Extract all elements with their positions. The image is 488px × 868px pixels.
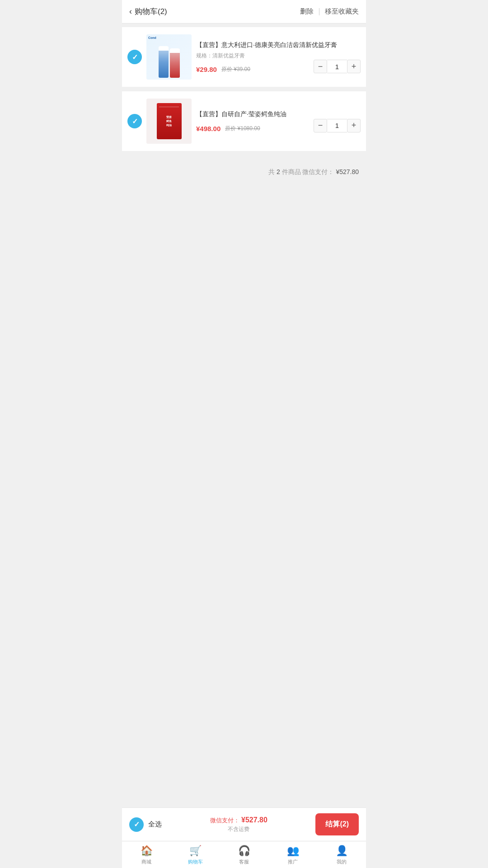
item-2-image[interactable]: 莹姿鳄鱼纯油	[146, 99, 192, 144]
cart-list: ✓ Cond 【直营】意大利进口·德康美亮白洁齿清新优益牙膏 规格：清新优益牙膏…	[122, 24, 366, 159]
item-2-current-price: ¥498.00	[196, 125, 221, 132]
item-2-title: 【直营】自研自产·莹姿鳄鱼纯油	[196, 110, 361, 119]
check-icon-2: ✓	[132, 117, 138, 126]
item-1-quantity: − +	[314, 60, 361, 73]
item-1-price-row: ¥29.80 原价 ¥39.00	[196, 66, 250, 73]
favorite-button[interactable]: 移至收藏夹	[325, 7, 359, 16]
header-actions: 删除 移至收藏夹	[300, 7, 359, 16]
item-2-price-row: ¥498.00 原价 ¥1080.00	[196, 125, 260, 132]
item-2-quantity: − +	[314, 119, 361, 132]
header-left[interactable]: ‹ 购物车(2)	[129, 6, 167, 17]
header: ‹ 购物车(2) 删除 移至收藏夹	[122, 0, 366, 24]
item-2-original-price: 原价 ¥1080.00	[225, 125, 260, 132]
item-2-checkbox[interactable]: ✓	[127, 114, 142, 128]
cart-title: 购物车(2)	[135, 6, 167, 17]
item-1-content: 【直营】意大利进口·德康美亮白洁齿清新优益牙膏 规格：清新优益牙膏 ¥29.80…	[196, 41, 361, 74]
item-1-qty-input[interactable]	[327, 60, 347, 73]
item-1-image[interactable]: Cond	[146, 34, 192, 80]
back-icon[interactable]: ‹	[129, 7, 132, 16]
item-2-content: 【直营】自研自产·莹姿鳄鱼纯油 ¥498.00 原价 ¥1080.00 − +	[196, 110, 361, 132]
delete-button[interactable]: 删除	[300, 7, 314, 16]
item-1-spec: 规格：清新优益牙膏	[196, 52, 361, 60]
cart-item-1: ✓ Cond 【直营】意大利进口·德康美亮白洁齿清新优益牙膏 规格：清新优益牙膏…	[122, 27, 366, 87]
check-icon-1: ✓	[132, 53, 138, 61]
header-divider	[319, 8, 319, 15]
item-2-minus-button[interactable]: −	[314, 119, 327, 132]
item-1-current-price: ¥29.80	[196, 66, 217, 73]
item-2-plus-button[interactable]: +	[347, 119, 361, 132]
item-1-minus-button[interactable]: −	[314, 60, 327, 73]
item-1-checkbox[interactable]: ✓	[127, 50, 142, 64]
item-1-original-price: 原价 ¥39.00	[221, 66, 250, 73]
item-2-qty-input[interactable]	[327, 119, 347, 132]
cart-summary: 共 2 件商品 微信支付： ¥527.80	[122, 159, 366, 185]
cart-item-2: ✓ 莹姿鳄鱼纯油 【直营】自研自产·莹姿鳄鱼纯油 ¥498.00 原价 ¥108…	[122, 91, 366, 151]
item-1-title: 【直营】意大利进口·德康美亮白洁齿清新优益牙膏	[196, 41, 361, 50]
item-1-plus-button[interactable]: +	[347, 60, 361, 73]
